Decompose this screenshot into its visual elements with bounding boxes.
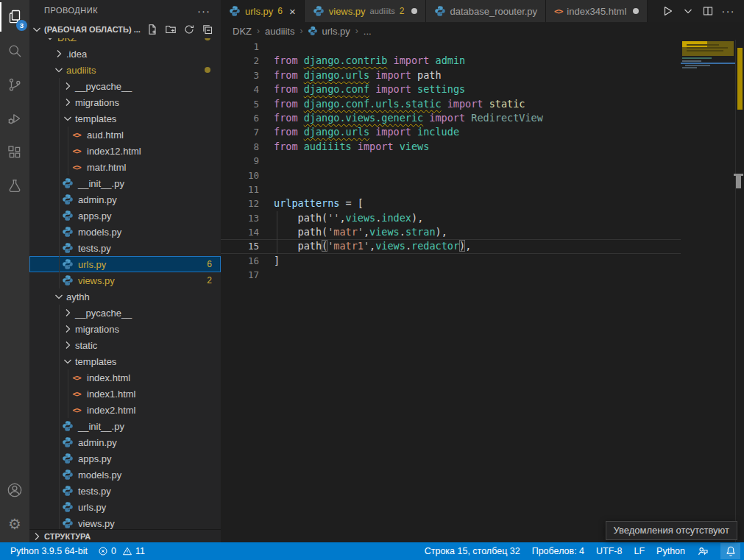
code-editor[interactable]: 12from django.contrib import admin3from … [221, 40, 744, 542]
tree-item-index1.html[interactable]: <>index1.html [29, 386, 221, 402]
run-dropdown[interactable] [682, 5, 694, 17]
tree-item-templates[interactable]: templates [29, 110, 221, 127]
activity-item-extensions[interactable] [0, 135, 29, 169]
activity-item-accounts[interactable] [0, 473, 29, 507]
code-line-2[interactable]: 2from django.contrib import admin [221, 54, 681, 68]
tree-item-admin.py[interactable]: admin.py [29, 191, 221, 208]
indentation-item[interactable]: Пробелов: 4 [532, 546, 584, 556]
chevron-right-icon [31, 531, 43, 542]
encoding-item[interactable]: UTF-8 [596, 546, 622, 556]
vscode-window: 3 ⚙ ПРОВОДНИК ··· (РАБОЧАЯ ОБЛАСТЬ) ... … [0, 0, 744, 560]
breadcrumb-item-urls.py[interactable]: urls.py [308, 26, 350, 37]
outline-section-header[interactable]: СТРУКТУРА [29, 529, 221, 542]
eol-item[interactable]: LF [634, 546, 645, 556]
minimap[interactable] [681, 40, 736, 290]
feedback-icon[interactable] [697, 545, 709, 557]
overview-ruler[interactable] [735, 40, 744, 542]
language-mode-item[interactable]: Python [656, 546, 685, 556]
line-content: from django.conf.urls.static import stat… [259, 97, 525, 111]
tree-item-aud.html[interactable]: <>aud.html [29, 127, 221, 143]
cursor-position-item[interactable]: Строка 15, столбец 32 [425, 546, 520, 556]
tree-item-aythh[interactable]: aythh [29, 288, 221, 305]
run-button[interactable] [661, 4, 674, 18]
tree-item-.idea[interactable]: .idea [29, 46, 221, 62]
tree-item-migrations[interactable]: migrations [29, 321, 221, 337]
split-editor-button[interactable] [702, 5, 714, 17]
line-number: 15 [221, 239, 259, 253]
tree-item-__init__.py[interactable]: __init__.py [29, 418, 221, 434]
activity-item-search[interactable] [0, 34, 29, 68]
activity-bottom-items: ⚙ [0, 473, 29, 541]
problems-item[interactable]: 0 11 [98, 546, 145, 556]
close-icon[interactable]: × [289, 6, 296, 17]
tree-item-apps.py[interactable]: apps.py [29, 208, 221, 224]
code-line-10[interactable]: 10 [221, 169, 681, 182]
code-line-5[interactable]: 5from django.conf.urls.static import sta… [221, 97, 681, 111]
editor-actions: ··· [652, 0, 744, 22]
activity-item-source-control[interactable] [0, 68, 29, 102]
tree-item-index12.html[interactable]: <>index12.html [29, 143, 221, 159]
tab-database_roouter.py[interactable]: database_roouter.py [426, 0, 547, 22]
more-actions-button[interactable]: ··· [722, 5, 736, 17]
code-line-1[interactable]: 1 [221, 40, 681, 54]
code-line-16[interactable]: 16] [221, 254, 681, 268]
tree-item-admin.py[interactable]: admin.py [29, 434, 221, 450]
tree-item-__pycache__[interactable]: __pycache__ [29, 78, 221, 94]
tree-item-audiiits[interactable]: audiiits [29, 62, 221, 78]
code-line-13[interactable]: 13 path('',views.index), [221, 211, 681, 225]
python-interpreter-item[interactable]: Python 3.9.5 64-bit [10, 546, 88, 556]
activity-item-explorer[interactable]: 3 [0, 0, 29, 34]
refresh-icon[interactable] [183, 24, 195, 35]
code-line-15[interactable]: 15 path('matr1',views.redactor), [221, 239, 681, 253]
code-line-14[interactable]: 14 path('matr',views.stran), [221, 225, 681, 239]
code-line-11[interactable]: 11 [221, 182, 681, 196]
tree-item-urls.py[interactable]: urls.py [29, 499, 221, 515]
tree-item-tests.py[interactable]: tests.py [29, 240, 221, 256]
tree-item-apps.py[interactable]: apps.py [29, 450, 221, 467]
new-folder-icon[interactable] [165, 24, 177, 35]
collapse-all-icon[interactable] [202, 24, 213, 35]
modified-dot-icon[interactable] [411, 8, 417, 14]
tab-views.py[interactable]: views.pyaudiiits2 [305, 0, 426, 22]
code-line-3[interactable]: 3from django.urls import path [221, 68, 681, 82]
code-line-12[interactable]: 12urlpatterns = [ [221, 196, 681, 210]
tab-description: audiiits [370, 7, 395, 15]
tree-item-index.html[interactable]: <>index.html [29, 369, 221, 386]
code-line-4[interactable]: 4from django.conf import settings [221, 82, 681, 96]
code-line-6[interactable]: 6from django.views.generic import Redire… [221, 111, 681, 125]
code-line-8[interactable]: 8from audiiits import views [221, 140, 681, 154]
notifications-bell-button[interactable] [720, 543, 740, 559]
tree-item-label: migrations [75, 97, 119, 108]
activity-item-run-and-debug[interactable] [0, 102, 29, 135]
tree-item-__init__.py[interactable]: __init__.py [29, 175, 221, 191]
tree-item-tests.py[interactable]: tests.py [29, 483, 221, 499]
tree-item-models.py[interactable]: models.py [29, 224, 221, 240]
breadcrumb-item-DKZ[interactable]: DKZ [233, 26, 252, 37]
tree-item-matr.html[interactable]: <>matr.html [29, 159, 221, 175]
tab-urls.py[interactable]: urls.py6× [221, 0, 305, 22]
tree-item-views.py[interactable]: views.py2 [29, 272, 221, 288]
tree-item-urls.py[interactable]: urls.py6 [29, 256, 221, 272]
tree-item-label: views.py [78, 518, 115, 529]
workspace-section-header[interactable]: (РАБОЧАЯ ОБЛАСТЬ) ... [29, 21, 221, 38]
tree-item-index2.html[interactable]: <>index2.html [29, 402, 221, 418]
code-line-9[interactable]: 9 [221, 154, 681, 168]
breadcrumb-item-...[interactable]: ... [364, 26, 372, 37]
tree-item-__pycache__[interactable]: __pycache__ [29, 305, 221, 321]
code-line-17[interactable]: 17 [221, 268, 681, 282]
tab-index345.html[interactable]: <>index345.html [546, 0, 648, 22]
sidebar-more-actions-icon[interactable]: ··· [197, 4, 210, 17]
activity-item-testing[interactable] [0, 169, 29, 203]
activity-item-settings[interactable]: ⚙ [0, 507, 29, 541]
new-file-icon[interactable] [146, 24, 158, 35]
breadcrumb-label: audiiits [265, 26, 294, 37]
tree-item-static[interactable]: static [29, 337, 221, 353]
modified-dot-icon[interactable] [633, 8, 639, 14]
minimap-line [685, 65, 710, 66]
breadcrumb-item-audiiits[interactable]: audiiits [265, 26, 294, 37]
code-lines: 12from django.contrib import admin3from … [221, 40, 681, 283]
code-line-7[interactable]: 7from django.urls import include [221, 125, 681, 139]
tree-item-templates[interactable]: templates [29, 353, 221, 369]
tree-item-models.py[interactable]: models.py [29, 467, 221, 483]
tree-item-migrations[interactable]: migrations [29, 94, 221, 110]
